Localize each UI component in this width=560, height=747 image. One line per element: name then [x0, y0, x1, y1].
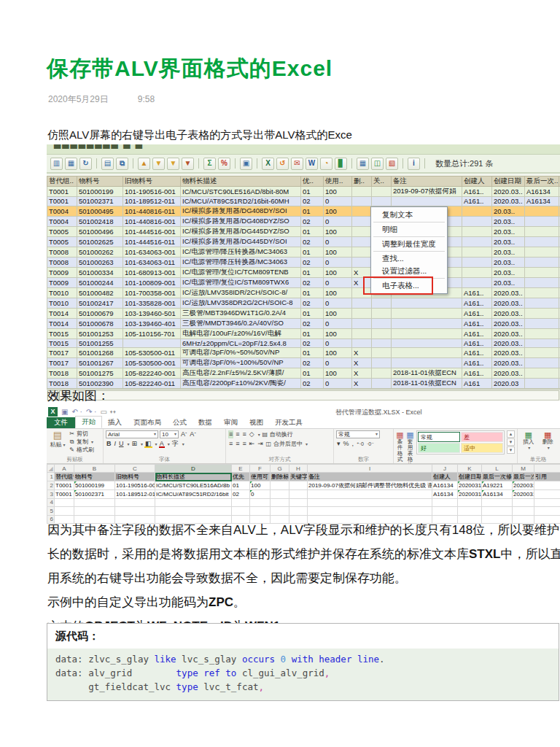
- sap-cell[interactable]: [462, 247, 492, 257]
- sap-cell[interactable]: T0004: [47, 206, 77, 216]
- excel-cell[interactable]: [250, 498, 271, 507]
- sap-cell[interactable]: [525, 247, 559, 257]
- sap-cell[interactable]: [525, 318, 559, 328]
- sap-cell[interactable]: [372, 318, 392, 328]
- sap-cell[interactable]: 2020.03..: [492, 187, 525, 197]
- excel-tab[interactable]: 插入: [102, 417, 128, 428]
- sap-cell[interactable]: T0001: [47, 187, 77, 197]
- sap-cell[interactable]: 501000262: [77, 247, 123, 257]
- sap-cell[interactable]: [392, 298, 462, 308]
- excel-cell[interactable]: 0: [250, 490, 271, 499]
- sap-cell[interactable]: 三极管/MMDT3946/0.2A/40V/SO: [181, 318, 301, 328]
- sap-cell[interactable]: [392, 197, 462, 206]
- sap-table-row[interactable]: T0004501000495101-440816-011IC/模拟多路复用器/D…: [47, 206, 560, 216]
- bold-button[interactable]: B: [106, 440, 112, 448]
- sap-cell[interactable]: IC/模拟多路复用器/DG445DY/SOI: [181, 236, 301, 247]
- style-chip[interactable]: 差: [461, 432, 503, 442]
- sap-cell[interactable]: 2020.03..: [492, 368, 525, 379]
- sap-cell[interactable]: [525, 298, 559, 308]
- sap-cell[interactable]: [525, 216, 559, 226]
- sap-table-row[interactable]: T0005501002625101-444516-011IC/模拟多路复用器/D…: [47, 236, 560, 247]
- sap-cell[interactable]: A16134: [525, 197, 559, 206]
- refresh-icon[interactable]: ↻: [79, 158, 92, 170]
- excel-cell[interactable]: [482, 507, 513, 516]
- excel-cell[interactable]: [513, 507, 534, 516]
- customize-qat-icon[interactable]: ▭ ᠃: [100, 407, 116, 417]
- sap-cell[interactable]: [525, 328, 559, 338]
- sap-horizontal-scrollbar[interactable]: ◀ ▶: [47, 389, 560, 400]
- sap-cell[interactable]: 三极管/MBT3946DW1T1G/0.2A/4: [181, 308, 301, 318]
- excel-cell[interactable]: 20200312: [513, 490, 534, 499]
- sap-cell[interactable]: [372, 197, 392, 206]
- sap-cell[interactable]: 可调电容/3pF/0%~100%/50V/NP: [181, 358, 301, 368]
- paste-button[interactable]: ▤ 粘贴▾: [49, 430, 66, 449]
- sap-cell[interactable]: [352, 216, 372, 226]
- sap-cell[interactable]: 01: [301, 247, 324, 257]
- excel-cell[interactable]: A16134: [432, 481, 458, 490]
- sap-cell[interactable]: 101-100809-001: [123, 277, 181, 287]
- excel-tab[interactable]: 数据: [192, 417, 218, 428]
- font-color-icon[interactable]: A: [159, 441, 165, 448]
- excel-cell[interactable]: [458, 498, 482, 507]
- excel-cell[interactable]: [155, 507, 232, 516]
- sap-cell[interactable]: 20.03..: [492, 206, 525, 216]
- sap-cell[interactable]: 100: [324, 267, 352, 277]
- sap-column-header[interactable]: 物料长描述: [181, 177, 301, 187]
- sap-cell[interactable]: 501002417: [77, 298, 123, 308]
- sap-cell[interactable]: T0009: [47, 267, 77, 277]
- excel-cell[interactable]: [308, 498, 432, 507]
- delete-cells-button[interactable]: ▦ 删除▾: [540, 430, 557, 451]
- sap-cell[interactable]: 02: [301, 338, 324, 348]
- sap-cell[interactable]: 101-440816-011: [123, 206, 181, 216]
- excel-cell[interactable]: [534, 481, 560, 490]
- align-middle-icon[interactable]: ≡: [235, 430, 240, 438]
- sap-cell[interactable]: 101-440816-001: [123, 216, 181, 226]
- sap-cell[interactable]: T0010: [47, 287, 77, 298]
- sap-column-header[interactable]: 创建人: [462, 177, 492, 187]
- sap-cell[interactable]: IC/运放/LMV358IDR/2CH/SOIC-8/: [181, 287, 301, 298]
- sap-cell[interactable]: 105-530500-011: [123, 348, 181, 358]
- sap-cell[interactable]: 电解电容/100uF/±20%/16V/电解: [181, 328, 301, 338]
- info-icon[interactable]: i: [408, 158, 420, 170]
- sap-cell[interactable]: A16134: [525, 187, 559, 197]
- format-painter-button[interactable]: ✎格式刷: [69, 446, 94, 454]
- sap-cell[interactable]: 101-190516-001: [123, 187, 181, 197]
- sap-cell[interactable]: IC/模拟多路复用器/DG445DYZ/SO: [181, 226, 301, 236]
- print-icon[interactable]: ▣: [240, 158, 252, 170]
- context-menu-item[interactable]: 调整到最佳宽度: [371, 238, 447, 250]
- sap-cell[interactable]: 501002625: [77, 236, 123, 247]
- sap-cell[interactable]: 02: [301, 216, 324, 226]
- sap-cell[interactable]: X: [352, 348, 372, 358]
- excel-column-header[interactable]: M: [513, 465, 534, 473]
- copy-icon[interactable]: ⧉: [116, 158, 128, 170]
- redo-icon[interactable]: ↷ ·: [86, 407, 97, 417]
- excel-cell[interactable]: [513, 498, 534, 507]
- sap-cell[interactable]: T0015: [47, 338, 77, 348]
- style-chip[interactable]: 常规: [418, 432, 460, 442]
- excel-cell[interactable]: [232, 507, 250, 516]
- sap-cell[interactable]: 2019-09-07依据何娟: [392, 187, 462, 197]
- sap-cell[interactable]: 高压电容/2200pF±10%/2KV/陶瓷/: [181, 379, 301, 389]
- sap-cell[interactable]: 2020.03: [492, 379, 525, 389]
- excel-cell[interactable]: 物料长描述: [155, 473, 232, 481]
- context-menu-item[interactable]: 查找...: [371, 252, 447, 265]
- sap-cell[interactable]: 0: [324, 197, 352, 206]
- insert-cells-button[interactable]: ▦ 插入▾: [520, 430, 537, 451]
- gallery-down-icon[interactable]: ▼: [507, 438, 515, 446]
- filter-icon[interactable]: ▼: [152, 158, 165, 170]
- excel-cell[interactable]: [482, 498, 513, 507]
- sap-cell[interactable]: [525, 358, 559, 368]
- sap-cell[interactable]: 101-680913-001: [123, 267, 181, 277]
- sap-cell[interactable]: 0: [324, 257, 352, 267]
- excel-cell[interactable]: [74, 507, 115, 516]
- comma-style-icon[interactable]: ,: [351, 440, 355, 448]
- sap-cell[interactable]: 20.03..: [492, 277, 525, 287]
- excel-column-header[interactable]: B: [74, 465, 115, 473]
- sap-table-row[interactable]: T0014501000678103-139460-401三极管/MMDT3946…: [47, 318, 560, 328]
- excel-cell[interactable]: [271, 498, 289, 507]
- wrap-text-button[interactable]: ▤自动换行: [262, 431, 293, 438]
- sap-cell[interactable]: [525, 267, 559, 277]
- excel-cell[interactable]: [115, 498, 155, 507]
- excel-cell[interactable]: [432, 498, 458, 507]
- sap-cell[interactable]: T0017: [47, 348, 77, 358]
